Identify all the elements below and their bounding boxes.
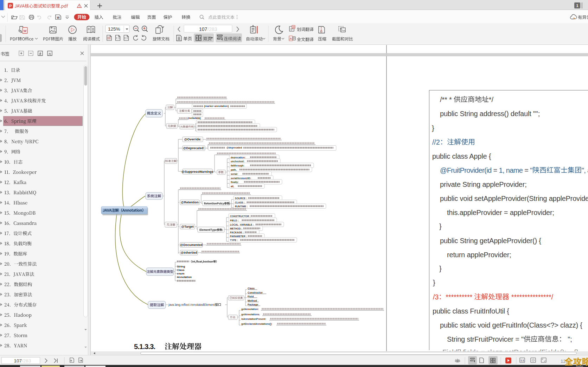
svg-text:deprecation:: deprecation: (231, 156, 245, 159)
svg-text:getAnnotations.: getAnnotations. (241, 313, 260, 316)
svg-text:@Target: @Target (181, 225, 194, 228)
svg-text:Class: Class (248, 287, 255, 290)
svg-text:PACKAGE :: PACKAGE : (230, 231, 244, 234)
svg-text:unchecked:: unchecked: (231, 160, 244, 163)
svg-text:METHOD :: METHOD : (230, 227, 242, 230)
svg-text:@SuppressWarnings: @SuppressWarnings (181, 170, 213, 173)
svg-text:@deprecated: @deprecated (226, 146, 242, 149)
svg-text:serial:: serial: (231, 173, 238, 175)
svg-text:TYPE :: TYPE : (230, 239, 238, 241)
svg-text:(metadata): (metadata) (187, 116, 201, 120)
svg-text:CLASS :: CLASS : (235, 201, 245, 204)
svg-text:@Deprecated:: @Deprecated: (183, 146, 205, 150)
svg-text:getDeclaredAnnotations[]:: getDeclaredAnnotations[]: (241, 323, 272, 325)
svg-text:@Inhertied: @Inhertied (181, 251, 197, 254)
svg-text:CONSTRUCTOR :: CONSTRUCTOR : (230, 215, 251, 217)
svg-text:Constructor: Constructor (248, 291, 263, 294)
svg-text:@Documented: @Documented (180, 243, 202, 247)
svg-text:all,: all, (231, 185, 234, 188)
svg-text:5.1.3.3.: 5.1.3.3. (134, 343, 155, 350)
svg-text:Field: Field (248, 295, 254, 298)
svg-text:FIELD :: FIELD : (230, 219, 239, 222)
svg-text:getAnnotation:: getAnnotation: (241, 308, 259, 311)
svg-text:enum: enum (177, 272, 184, 275)
svg-text:Class: Class (177, 268, 185, 272)
svg-text:Package: Package (248, 303, 258, 306)
svg-text:isAnnotationPresent:: isAnnotationPresent: (241, 318, 266, 320)
svg-text:Method: Method (248, 299, 257, 302)
svg-text:LOCAL_VARIABLE :: LOCAL_VARIABLE : (230, 223, 254, 226)
svg-text:finally:: finally: (231, 181, 239, 184)
svg-text:RUNTIME :: RUNTIME : (235, 205, 248, 208)
svg-text:@Retention: @Retention (181, 201, 198, 204)
svg-text:java.lang.reflect AnnotatedEle: java.lang.reflect AnnotatedElement (168, 303, 215, 306)
svg-text:serialVersionUID:: serialVersionUID: (231, 177, 251, 179)
svg-text:(marker annotation): (marker annotation) (204, 105, 229, 108)
svg-text:String: String (177, 265, 185, 268)
svg-text:SOURCE :: SOURCE : (235, 197, 247, 200)
svg-text:PARAMETER :: PARAMETER : (230, 235, 247, 238)
svg-text:path,: path, (231, 169, 237, 171)
svg-text:@Override:: @Override: (184, 138, 202, 141)
svg-text:Annotation: Annotation (177, 276, 192, 279)
svg-text:fallthrough:: fallthrough: (231, 164, 244, 167)
